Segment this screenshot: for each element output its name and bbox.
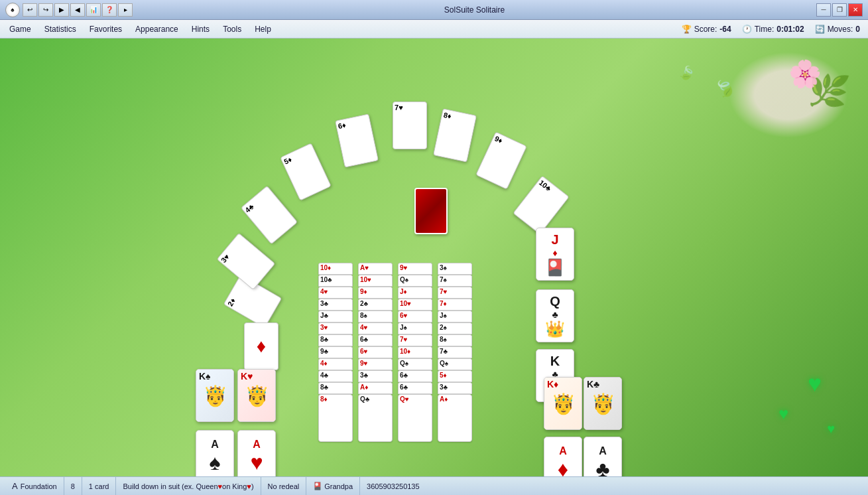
face-card-q[interactable]: Q ♣ 👑 <box>536 289 574 342</box>
sb-count: 8 <box>64 477 82 495</box>
column-3[interactable]: 9♥ Q♠ J♦ 10♥ 6♥ J♠ 7♥ 10♦ Q♠ 6♣ 6♣ Q♥ <box>398 263 432 442</box>
header-stats: 🏆 Score: -64 🕐 Time: 0:01:02 🔄 Moves: 0 <box>682 25 865 34</box>
menu-game[interactable]: Game <box>3 22 38 36</box>
app-icon: ♠ <box>5 3 20 17</box>
decoration-heart3: ♥ <box>827 421 835 437</box>
titlebar-left: ♠ ↩ ↪ ▶ ◀ 📊 ❓ ▸ <box>5 3 133 17</box>
face-card-ks[interactable]: K♠ 🤴 <box>196 369 234 422</box>
score-icon: 🏆 <box>682 25 692 34</box>
moves-icon: 🔄 <box>815 25 825 34</box>
arch-card-9d[interactable]: 9♦ <box>475 131 527 189</box>
face-card-ac[interactable]: A ♣ <box>584 437 622 476</box>
sb-card-count: 1 card <box>82 477 117 495</box>
sb-theme-value: Grandpa <box>324 482 353 490</box>
time-stat: 🕐 Time: 0:01:02 <box>742 25 804 34</box>
close-button[interactable]: ✕ <box>848 3 863 17</box>
sb-theme: 🎴 Grandpa <box>306 477 360 495</box>
face-card-j[interactable]: J ♦ 🎴 <box>536 228 574 281</box>
arch-card-6d[interactable]: 6♦ <box>335 113 379 167</box>
titlebar: ♠ ↩ ↪ ▶ ◀ 📊 ❓ ▸ SolSuite Solitaire ─ ❐ ✕ <box>0 0 868 20</box>
sb-seed-value: 3605903250135 <box>367 482 420 490</box>
sb-rule-text: Build down in suit (ex. Queen <box>123 482 217 490</box>
minimize-button[interactable]: ─ <box>816 3 831 17</box>
window-title: SolSuite Solitaire <box>133 5 816 15</box>
column-4[interactable]: 3♠ 7♠ 7♥ 7♦ J♠ 2♠ 8♠ 7♣ Q♠ 5♦ 3♣ A♦ <box>438 263 472 442</box>
menubar: Game Statistics Favorites Appearance Hin… <box>0 20 868 38</box>
toolbar-btn-prev[interactable]: ◀ <box>70 3 85 17</box>
toolbar-btn-help[interactable]: ❓ <box>102 3 117 17</box>
menu-favorites[interactable]: Favorites <box>83 22 129 36</box>
toolbar-icons: ↩ ↪ ▶ ◀ 📊 ❓ ▸ <box>23 3 133 17</box>
decoration-flower: 🌿 🌸 <box>715 52 848 151</box>
score-stat: 🏆 Score: -64 <box>682 25 731 34</box>
toolbar-btn-forward[interactable]: ↪ <box>38 3 53 17</box>
statusbar: A Foundation 8 1 card Build down in suit… <box>0 476 868 495</box>
sb-count-value: 8 <box>71 482 75 490</box>
game-area[interactable]: 🌿 🌸 🍃 🍃 ♥ ♥ ♥ 2♦ 3♥ 4♣ 5♦ 6♦ 7♥ 8♦ 9♦ 10… <box>0 38 868 476</box>
sb-rule: Build down in suit (ex. Queen ♥ on King … <box>116 477 261 495</box>
face-card-as[interactable]: A ♠ <box>196 430 234 476</box>
toolbar-btn-more[interactable]: ▸ <box>118 3 133 17</box>
face-card-kd[interactable]: K♦ 🤴 <box>544 377 582 430</box>
menu-statistics[interactable]: Statistics <box>38 22 83 36</box>
sb-rule-text2: on King <box>222 482 247 490</box>
decoration-heart2: ♥ <box>778 404 788 423</box>
menu-help[interactable]: Help <box>248 22 278 36</box>
face-card-ad[interactable]: A ♦ <box>544 437 582 476</box>
face-card-kc2[interactable]: K♣ 🤴 <box>584 377 622 430</box>
face-card-kh[interactable]: K♥ 🤴 <box>237 369 276 422</box>
sb-foundation: A Foundation <box>5 477 64 495</box>
arch-card-10c[interactable]: 10♣ <box>513 176 569 235</box>
center-back-card[interactable] <box>414 188 448 234</box>
face-card-ah[interactable]: A ♥ <box>237 430 276 476</box>
decoration-leaf1: 🍃 <box>712 74 739 102</box>
sb-redeal-value: No redeal <box>268 482 300 490</box>
moves-label: Moves: <box>828 25 853 34</box>
column-1[interactable]: 10♦ 10♣ 4♥ 3♣ J♣ 3♥ 8♣ 9♣ 4♦ 4♣ 8♣ 8♦ <box>318 263 353 442</box>
moves-value: 0 <box>855 25 860 34</box>
menu-hints[interactable]: Hints <box>185 22 216 36</box>
moves-stat: 🔄 Moves: 0 <box>815 25 860 34</box>
time-label: Time: <box>755 25 775 34</box>
decoration-heart1: ♥ <box>808 370 822 397</box>
score-label: Score: <box>694 25 717 34</box>
time-value: 0:01:02 <box>776 25 804 34</box>
menu-tools[interactable]: Tools <box>216 22 248 36</box>
toolbar-btn-stats[interactable]: 📊 <box>86 3 101 17</box>
window-controls: ─ ❐ ✕ <box>816 3 863 17</box>
arch-card-4c[interactable]: 4♣ <box>241 186 298 245</box>
sb-seed: 3605903250135 <box>360 477 426 495</box>
arch-card-8d[interactable]: 8♦ <box>433 108 477 162</box>
column-2[interactable]: A♥ 10♥ 9♦ 2♣ 8♠ 4♥ 6♣ 6♥ 9♥ 3♣ A♦ Q♣ <box>358 263 393 442</box>
menu-appearance[interactable]: Appearance <box>129 22 185 36</box>
arch-card-3h[interactable]: 3♥ <box>217 233 276 290</box>
foundation-icon: A <box>12 481 18 491</box>
sb-foundation-label: Foundation <box>21 482 57 490</box>
diamond-slot[interactable]: ♦ <box>244 322 279 370</box>
toolbar-btn-back[interactable]: ↩ <box>23 3 37 17</box>
toolbar-btn-play[interactable]: ▶ <box>54 3 69 17</box>
score-value: -64 <box>719 25 731 34</box>
arch-card-5d[interactable]: 5♦ <box>280 143 332 200</box>
time-icon: 🕐 <box>742 25 752 34</box>
sb-theme-icon: 🎴 <box>313 482 322 490</box>
arch-card-7h[interactable]: 7♥ <box>393 102 427 149</box>
sb-redeal: No redeal <box>261 477 307 495</box>
sb-card-count-value: 1 card <box>89 482 109 490</box>
restore-button[interactable]: ❐ <box>832 3 847 17</box>
sb-rule-close: ) <box>251 482 254 490</box>
decoration-leaf2: 🍃 <box>677 62 698 83</box>
